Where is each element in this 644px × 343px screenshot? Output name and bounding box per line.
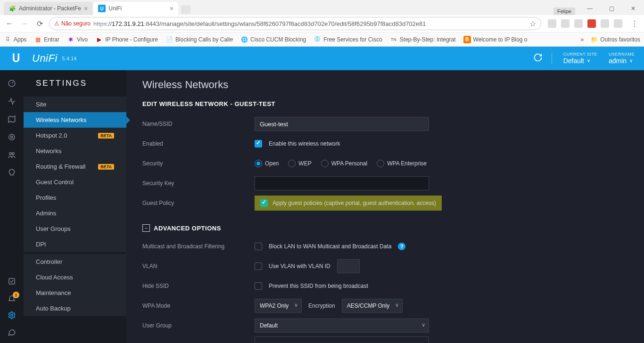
icon-rail: 1 [0,70,24,343]
window-close-button[interactable]: ✕ [622,2,644,15]
tab-title: Administrator - PacketFe [19,5,81,12]
doc-icon: 📄 [165,36,173,43]
extension-icon[interactable] [614,19,622,28]
refresh-icon[interactable] [533,53,552,64]
other-bookmarks[interactable]: 📁Outros favoritos [590,36,640,43]
label-multicast: Multicast and Broadcast Filtering [142,243,255,250]
security-key-input[interactable] [255,176,429,190]
bookmark-item[interactable]: ▦Entrar [34,36,59,43]
bookmark-item[interactable]: ▶IP Phone - Configure [95,36,158,43]
alerts-icon[interactable]: 1 [7,294,17,303]
current-site-dropdown[interactable]: CURRENT SITE Default∨ [563,52,597,65]
user-group-select[interactable]: Default [255,318,429,333]
bookmark-item[interactable]: 🌐Cisco CUCM Blocking [240,36,306,43]
close-icon[interactable]: × [84,5,88,12]
vlan-checkbox[interactable] [255,262,262,270]
enabled-checkbox[interactable] [255,140,262,147]
extension-icon[interactable] [561,19,570,28]
blogger-icon: B [463,36,471,43]
sidebar-item-site[interactable]: Site [24,97,126,112]
insights-icon[interactable] [7,168,17,178]
window-minimize-button[interactable]: — [579,2,601,15]
main-content: Wireless Networks EDIT WIRELESS NETWORK … [126,70,644,343]
label-user-group: User Group [142,322,255,329]
security-open-radio[interactable]: Open [255,160,279,167]
security-wpa-enterprise-radio[interactable]: WPA Enterprise [377,160,427,167]
browser-tab[interactable]: 🧩 Administrator - PacketFe × [4,2,92,15]
bookmark-item[interactable]: BWelcome to IP Blog o [463,36,528,43]
new-tab-button[interactable] [181,5,190,14]
label-ssid: Name/SSID [142,121,255,127]
devices-icon[interactable] [7,132,17,142]
map-icon[interactable] [7,114,17,124]
security-wep-radio[interactable]: WEP [288,160,311,167]
beta-badge: BETA [98,133,114,139]
settings-icon[interactable] [7,310,17,320]
bookmark-item[interactable]: 📄Blocking Calls by Calle [165,36,233,43]
sidebar-item-profiles[interactable]: Profiles [24,190,126,205]
sidebar-item-guest-control[interactable]: Guest Control [24,174,126,190]
clients-icon[interactable] [7,150,17,160]
extension-icon[interactable] [574,19,583,28]
user-label: USERNAME [609,52,635,57]
username-dropdown[interactable]: USERNAME admin∨ [609,52,635,65]
chat-icon[interactable] [7,327,17,337]
label-hide-ssid: Hide SSID [142,283,255,289]
sidebar-item-cloud-access[interactable]: Cloud Access [24,270,126,285]
sidebar-item-hotspot[interactable]: Hotspot 2.0BETA [24,128,126,143]
bookmark-star-icon[interactable]: ☆ [529,19,536,28]
dashboard-icon[interactable] [7,79,17,88]
bookmark-item[interactable]: ✱Vivo [67,36,88,43]
notification-badge: 1 [13,292,19,298]
security-wpa-personal-radio[interactable]: WPA Personal [321,160,367,167]
sidebar-item-controller[interactable]: Controller [24,254,126,270]
back-button[interactable]: ← [4,18,15,29]
sidebar-item-routing[interactable]: Routing & FirewallBETA [24,159,126,174]
browser-user-badge[interactable]: Felipe [553,8,575,15]
bookmark-item[interactable]: ⓈFree Services for Cisco [314,36,382,43]
hide-ssid-checkbox[interactable] [255,282,262,290]
encryption-select[interactable]: AES/CCMP Only [342,299,403,313]
events-icon[interactable] [7,277,17,286]
address-bar[interactable]: ⚠ Não seguro https://172.31.9.21:8443/ma… [49,17,541,30]
multicast-checkbox[interactable] [255,243,262,250]
wpa-mode-select[interactable]: WPA2 Only [255,299,302,313]
sidebar-item-admins[interactable]: Admins [24,205,126,221]
vlan-label: Use VLAN with VLAN ID [269,263,330,270]
browser-tab-active[interactable]: U UniFi × [93,2,178,15]
guest-policy-label: Apply guest policies (captive portal, gu… [272,200,436,206]
label-security-key: Security Key [142,180,255,187]
browser-menu-icon[interactable]: ⋮ [629,18,640,29]
apps-bookmark[interactable]: ⠿Apps [4,36,26,43]
sidebar-item-auto-backup[interactable]: Auto Backup [24,301,126,316]
help-icon[interactable]: ? [398,243,405,250]
label-guest-policy: Guest Policy [142,200,255,206]
close-icon[interactable]: × [170,5,173,12]
sidebar-item-user-groups[interactable]: User Groups [24,221,126,237]
advanced-options-toggle[interactable]: − ADVANCED OPTIONS [142,224,628,232]
reload-button[interactable]: ⟳ [34,18,45,29]
extension-icon[interactable] [587,19,596,28]
svg-rect-5 [9,278,15,284]
vivo-icon: ✱ [67,36,74,43]
extension-icon[interactable] [548,19,556,28]
ssid-input[interactable] [255,117,429,131]
sidebar-item-networks[interactable]: Networks [24,143,126,159]
svg-point-2 [9,134,15,140]
extension-icon[interactable] [601,19,609,28]
sidebar-item-dpi[interactable]: DPI [24,237,126,252]
bookmark-item[interactable]: TNStep-By-Step: Integrat [390,36,456,43]
vlan-id-input[interactable] [337,259,360,273]
guest-policy-checkbox[interactable] [260,199,268,207]
tn-icon: TN [390,36,397,43]
bookmarks-overflow[interactable]: » [581,36,584,43]
forward-button[interactable]: → [19,18,30,29]
label-security: Security [142,160,255,167]
sidebar-item-wireless-networks[interactable]: Wireless Networks [24,112,126,128]
window-maximize-button[interactable]: ▢ [601,2,622,15]
sidebar-item-maintenance[interactable]: Maintenance [24,285,126,301]
ms-icon: ▦ [34,36,41,43]
statistics-icon[interactable] [7,97,17,106]
favicon-icon: 🧩 [8,5,16,12]
label-enabled: Enabled [142,140,255,147]
